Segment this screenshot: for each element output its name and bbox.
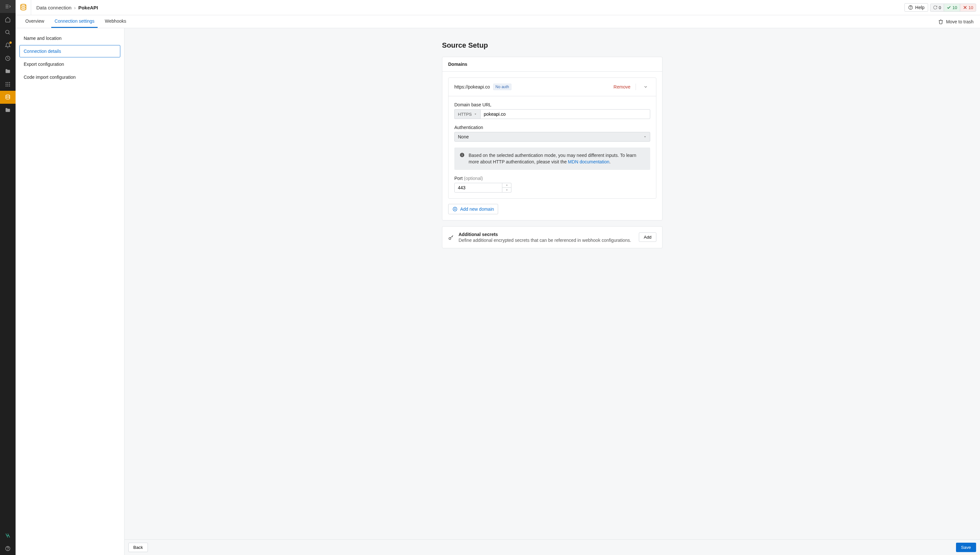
sidenav-code-import[interactable]: Code import configuration [19,71,120,83]
tab-row: Overview Connection settings Webhooks Mo… [16,15,980,28]
breadcrumb-parent[interactable]: Data connection [36,5,71,10]
svg-point-12 [5,86,6,87]
svg-point-18 [21,4,26,6]
protocol-select[interactable]: HTTPS [454,109,480,119]
x-icon [963,5,967,10]
svg-point-13 [8,86,8,87]
nav-folder2-icon[interactable] [0,104,16,117]
svg-point-27 [462,154,463,154]
svg-point-8 [9,82,10,83]
nav-history-icon[interactable] [0,52,16,65]
domains-card: Domains https://pokeapi.co No auth Remov… [442,57,662,220]
chevron-down-icon [505,189,508,191]
help-label: Help [915,5,925,10]
footer: Back Save [125,539,980,555]
svg-marker-23 [474,114,476,115]
sidenav-connection-details[interactable]: Connection details [19,45,120,58]
base-url-input[interactable] [480,109,650,119]
chevron-up-icon [505,184,508,186]
port-stepper [502,183,511,192]
svg-point-6 [5,82,6,83]
save-button[interactable]: Save [956,543,976,552]
status-ok[interactable]: 10 [944,4,960,11]
info-icon [459,152,465,157]
auth-badge: No auth [493,83,511,90]
add-secret-button[interactable]: Add [639,233,656,242]
tab-connection-settings[interactable]: Connection settings [51,15,98,28]
key-icon [448,234,454,240]
sidenav-export-config[interactable]: Export configuration [19,58,120,71]
svg-point-20 [911,8,911,9]
svg-point-3 [5,30,9,34]
svg-point-9 [5,84,6,85]
svg-marker-29 [506,190,508,191]
nav-help-icon[interactable] [0,542,16,555]
auth-info: Based on the selected authentication mod… [454,148,650,170]
secrets-desc: Define additional encrypted secrets that… [459,237,634,243]
svg-line-4 [8,33,10,34]
back-button[interactable]: Back [129,543,148,552]
breadcrumb: Data connection › PokeAPI [31,5,98,10]
add-domain-button[interactable]: Add new domain [448,204,498,214]
domains-header: Domains [442,57,662,72]
svg-point-15 [6,95,10,96]
svg-marker-28 [506,185,508,186]
caret-down-icon [474,112,477,116]
caret-down-icon [643,135,647,138]
refresh-icon [933,5,938,10]
svg-marker-24 [644,136,646,138]
breadcrumb-current: PokeAPI [78,5,98,10]
nav-rail [0,0,16,555]
svg-point-7 [8,82,8,83]
nav-notifications-icon[interactable] [0,39,16,52]
port-input[interactable] [454,183,502,192]
domain-entry: https://pokeapi.co No auth Remove [448,77,656,199]
collapse-domain-button[interactable] [641,82,650,91]
datasource-icon [16,0,31,15]
status-group: 0 10 10 [930,3,976,12]
nav-collapse-icon[interactable] [0,0,16,13]
nav-database-icon[interactable] [0,91,16,104]
check-icon [946,5,951,10]
auth-label: Authentication [454,125,650,130]
nav-folder-icon[interactable] [0,65,16,78]
plus-circle-icon [452,207,458,212]
tab-webhooks[interactable]: Webhooks [101,15,129,28]
svg-point-14 [9,86,10,87]
svg-point-10 [8,84,8,85]
trash-icon [938,19,943,24]
port-label: Port (optional) [454,176,650,181]
auth-select[interactable]: None [454,132,650,142]
domain-url-text: https://pokeapi.co [454,84,490,90]
page-title: Source Setup [442,41,662,50]
svg-line-34 [451,235,453,238]
move-to-trash-button[interactable]: Move to trash [938,15,974,28]
nav-search-icon[interactable] [0,26,16,39]
secrets-card: Additional secrets Define additional enc… [442,226,662,248]
status-sync[interactable]: 0 [930,4,944,11]
port-step-down[interactable] [502,188,511,192]
port-step-up[interactable] [502,183,511,188]
svg-point-11 [9,84,10,85]
help-circle-icon [908,5,913,10]
svg-rect-26 [462,155,462,156]
settings-side-nav: Name and location Connection details Exp… [16,28,125,555]
svg-line-35 [452,236,453,237]
nav-apps-icon[interactable] [0,78,16,91]
nav-x-icon[interactable] [0,529,16,542]
nav-home-icon[interactable] [0,13,16,26]
chevron-down-icon [643,85,648,89]
sidenav-name-location[interactable]: Name and location [19,32,120,45]
header: Data connection › PokeAPI Help 0 [16,0,980,15]
remove-domain-button[interactable]: Remove [614,84,630,90]
mdn-link[interactable]: MDN documentation [568,159,609,164]
status-error[interactable]: 10 [960,4,976,11]
base-url-label: Domain base URL [454,102,650,107]
svg-point-33 [449,237,451,239]
secrets-title: Additional secrets [459,232,634,237]
tab-overview[interactable]: Overview [22,15,47,28]
chevron-right-icon: › [74,5,76,10]
help-button[interactable]: Help [904,3,928,12]
